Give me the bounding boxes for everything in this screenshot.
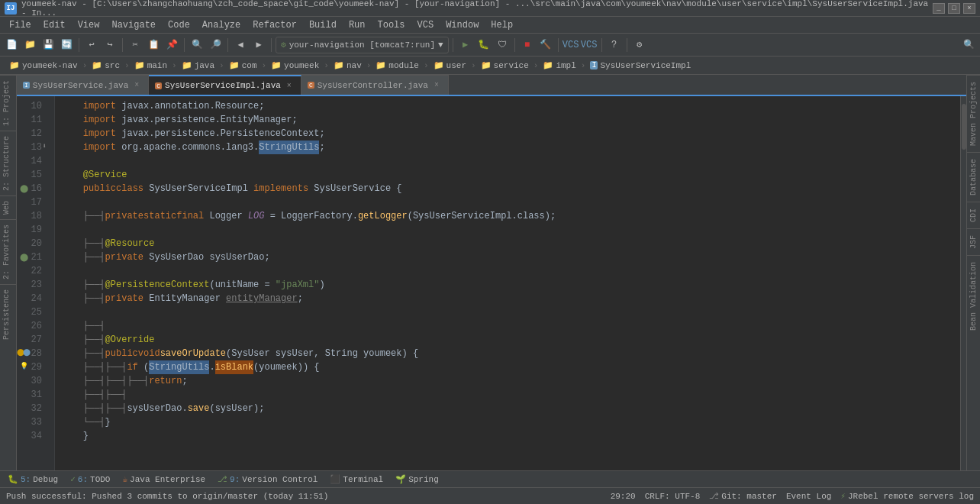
tab-close-3[interactable]: ×	[431, 80, 442, 91]
breadcrumb-module[interactable]: 📁 module	[372, 59, 422, 72]
minimize-button[interactable]: _	[933, 3, 945, 14]
window-controls[interactable]: _ □ ×	[933, 3, 975, 14]
close-button[interactable]: ×	[963, 3, 975, 14]
terminal-btn[interactable]: ⬛ Terminal	[325, 473, 388, 486]
search-everywhere-button[interactable]: 🔍	[960, 37, 977, 53]
breadcrumb-nav[interactable]: 📁 nav	[330, 59, 365, 72]
status-encoding[interactable]: CRLF: UTF-8	[645, 491, 701, 501]
menu-help[interactable]: Help	[485, 18, 519, 32]
menu-vcs[interactable]: VCS	[411, 18, 440, 32]
breadcrumb-src[interactable]: 📁 src	[89, 59, 123, 72]
menu-navigate[interactable]: Navigate	[105, 18, 162, 32]
tab-sysuserservice[interactable]: I SysUserService.java ×	[17, 75, 149, 95]
menu-analyze[interactable]: Analyze	[196, 18, 247, 32]
breadcrumb-user[interactable]: 📁 user	[430, 59, 469, 72]
tab-close-2[interactable]: ×	[284, 80, 295, 91]
tab-sysusercontroller[interactable]: C SysUserController.java ×	[301, 75, 449, 95]
spring-btn[interactable]: 🌱 Spring	[391, 473, 443, 486]
code-line-18: ├──┤private static final Logger LOG = Lo…	[61, 209, 954, 223]
menu-view[interactable]: View	[72, 18, 106, 32]
forward-button[interactable]: ▶	[250, 37, 267, 53]
redo-button[interactable]: ↪	[102, 37, 118, 53]
find-replace-button[interactable]: 🔎	[207, 37, 224, 53]
tab-close-1[interactable]: ×	[131, 80, 142, 91]
menu-file[interactable]: File	[3, 18, 37, 32]
menu-tools[interactable]: Tools	[372, 18, 411, 32]
breadcrumb-java-label: java	[195, 61, 214, 70]
tab-sysuserserviceimpl[interactable]: C SysUserServiceImpl.java ×	[149, 75, 301, 95]
breadcrumb-youmeek[interactable]: 📁 youmeek	[268, 59, 322, 72]
panel-bean-validation[interactable]: Bean Validation	[967, 255, 980, 337]
menu-refactor[interactable]: Refactor	[247, 18, 303, 32]
status-jrebel[interactable]: ⚡ JRebel remote servers log	[840, 491, 974, 501]
build-button[interactable]: 🔨	[537, 37, 554, 53]
menu-build[interactable]: Build	[303, 18, 343, 32]
breadcrumb-com[interactable]: 📁 com	[226, 59, 260, 72]
coverage-button[interactable]: 🛡	[494, 37, 511, 53]
line-22: 22	[17, 264, 48, 278]
breadcrumb-file[interactable]: I SysUserServiceImpl	[587, 60, 694, 72]
nav-icon: 📁	[334, 60, 344, 70]
panel-database[interactable]: Database	[967, 152, 980, 202]
todo-tool-btn[interactable]: ✓ 6: TODO	[66, 473, 114, 486]
cut-button[interactable]: ✂	[127, 37, 143, 53]
run-config-selector[interactable]: ⚙ your-navigation [tomcat7:run] ▼	[276, 37, 449, 53]
new-file-button[interactable]: 📄	[3, 37, 20, 53]
stop-button[interactable]: ■	[519, 37, 536, 53]
copy-button[interactable]: 📋	[145, 37, 162, 53]
vcs-update-button[interactable]: VCS	[563, 37, 579, 53]
breadcrumb-main[interactable]: 📁 main	[131, 59, 170, 72]
panel-maven[interactable]: Maven Projects	[967, 75, 980, 152]
code-content[interactable]: import javax.annotation.Resource; import…	[55, 96, 960, 470]
breadcrumb-impl[interactable]: 📁 impl	[540, 59, 579, 72]
maximize-button[interactable]: □	[948, 3, 960, 14]
settings-button[interactable]: ⚙	[631, 37, 648, 53]
menu-run[interactable]: Run	[343, 18, 372, 32]
version-control-btn[interactable]: ⎇ 9: Version Control	[213, 473, 322, 486]
status-git[interactable]: ⎇ Git: master	[709, 491, 777, 501]
vertical-scrollbar[interactable]	[960, 96, 966, 470]
breadcrumb-project[interactable]: 📁 youmeek-nav	[6, 59, 81, 72]
run-button[interactable]: ▶	[457, 37, 474, 53]
vcs-commit-button[interactable]: VCS	[581, 37, 598, 53]
tool-web[interactable]: Web	[0, 195, 16, 219]
java-enterprise-btn[interactable]: ☕ Java Enterprise	[118, 473, 210, 486]
code-line-32: ├──┤├──┤sysUserDao.save(sysUser);	[61, 402, 954, 415]
open-button[interactable]: 📁	[21, 37, 38, 53]
line-18: 18	[17, 209, 48, 223]
menu-window[interactable]: Window	[440, 18, 485, 32]
back-button[interactable]: ◀	[232, 37, 249, 53]
status-position[interactable]: 29:20	[611, 491, 636, 501]
panel-cdi[interactable]: CDI	[967, 202, 980, 228]
scrollbar-thumb[interactable]	[962, 104, 966, 150]
line-28: ⬤ ⬤ 28	[17, 347, 48, 360]
code-line-15: @Service	[61, 168, 954, 182]
undo-button[interactable]: ↩	[83, 37, 100, 53]
terminal-label: Terminal	[343, 475, 383, 484]
menu-edit[interactable]: Edit	[37, 18, 72, 32]
tool-structure[interactable]: 2: Structure	[0, 131, 16, 195]
line-11: 11	[17, 113, 48, 127]
toolbar-sep-9	[601, 38, 602, 52]
tool-project[interactable]: 1: Project	[0, 75, 16, 131]
paste-button[interactable]: 📌	[163, 37, 180, 53]
editor-tabs: I SysUserService.java × C SysUserService…	[17, 75, 966, 96]
code-editor[interactable]: 10 11 12 ⬇ 13 14 15 ⬤ 16 17 18 19 20 ⬤	[17, 96, 966, 470]
tool-favorites[interactable]: 2: Favorites	[0, 219, 16, 284]
tab-label: SysUserService.java	[33, 81, 128, 90]
code-line-30: ├──┤├──┤├──┤return;	[61, 374, 954, 388]
menu-code[interactable]: Code	[162, 18, 196, 32]
debug-button[interactable]: 🐛	[475, 37, 492, 53]
tool-persistence[interactable]: Persistence	[0, 284, 16, 344]
breadcrumb-service[interactable]: 📁 service	[478, 59, 532, 72]
status-event-log[interactable]: Event Log	[786, 491, 831, 501]
help-button[interactable]: ?	[606, 37, 623, 53]
save-all-button[interactable]: 💾	[40, 37, 56, 53]
line-12: 12	[17, 127, 48, 141]
breadcrumb-java[interactable]: 📁 java	[179, 59, 218, 72]
panel-jsf[interactable]: JSF	[967, 228, 980, 255]
find-button[interactable]: 🔍	[189, 37, 205, 53]
sync-button[interactable]: 🔄	[58, 37, 75, 53]
debug-tool-btn[interactable]: 🐛 5: Debug	[3, 473, 63, 486]
line-32: 32	[17, 402, 48, 415]
